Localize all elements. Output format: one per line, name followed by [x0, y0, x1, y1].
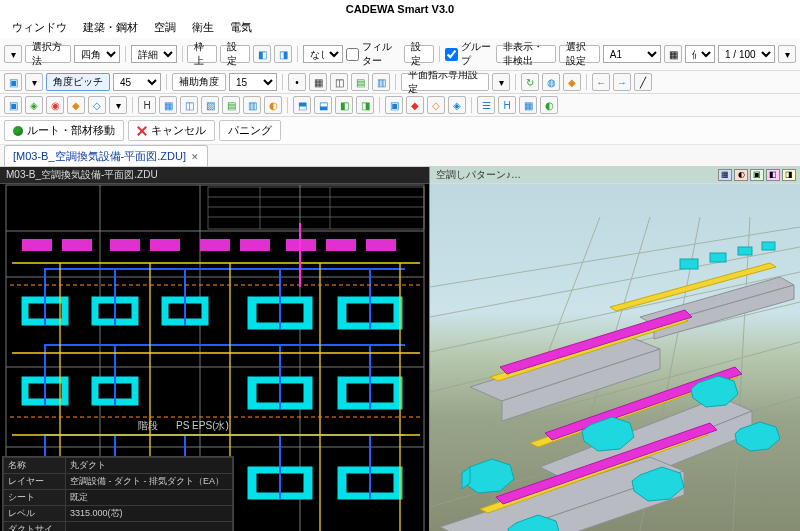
tab-label: [M03-B_空調換気設備-平面図.ZDU]	[13, 149, 186, 164]
dot-tool-icon[interactable]: •	[288, 73, 306, 91]
line-tool-icon[interactable]: ╱	[634, 73, 652, 91]
svg-text:PS  EPS(水): PS EPS(水)	[176, 420, 229, 431]
tb3-icon-20[interactable]: ☰	[477, 96, 495, 114]
svg-rect-84	[762, 242, 775, 250]
menu-hvac[interactable]: 空調	[154, 20, 176, 35]
svg-rect-48	[240, 239, 270, 251]
tb3-icon-19[interactable]: ◈	[448, 96, 466, 114]
prop-row: レイヤー空調設備 - ダクト - 排気ダクト（EA）	[4, 474, 233, 490]
settei-button[interactable]: 設定	[220, 45, 250, 63]
layer-tool-icon[interactable]: ▦	[664, 45, 682, 63]
separator	[586, 74, 587, 90]
orange-tool-icon[interactable]: ◆	[563, 73, 581, 91]
tool-icon-1[interactable]: ◧	[253, 45, 271, 63]
plane-settings-button[interactable]: 平面指示専用設定	[401, 73, 489, 91]
view3d-btn-3[interactable]: ▣	[750, 169, 764, 181]
cancel-button[interactable]: キャンセル	[128, 120, 215, 141]
viewport-2d-title: M03-B_空調換気設備-平面図.ZDU	[0, 167, 429, 184]
svg-rect-50	[326, 239, 356, 251]
svg-text:階段: 階段	[138, 420, 158, 431]
arrow-right-icon[interactable]: →	[613, 73, 631, 91]
toolbar-3: ▣ ◈ ◉ ◆ ◇ ▾ H ▦ ◫ ▧ ▤ ▥ ◐ ⬒ ⬓ ◧ ◨ ▣ ◆ ◇ …	[0, 94, 800, 117]
menu-window[interactable]: ウィンドウ	[12, 20, 67, 35]
tb3-icon-17[interactable]: ◆	[406, 96, 424, 114]
tb3-icon-21[interactable]: ▦	[519, 96, 537, 114]
arrow-left-icon[interactable]: ←	[592, 73, 610, 91]
menu-electric[interactable]: 電気	[230, 20, 252, 35]
select-method-label: 選択方法	[25, 45, 71, 63]
menu-bar: ウィンドウ 建築・鋼材 空調 衛生 電気	[0, 18, 800, 38]
tb3-icon-7[interactable]: ◫	[180, 96, 198, 114]
menu-sanitary[interactable]: 衛生	[192, 20, 214, 35]
hide-button[interactable]: 非表示・非検出	[496, 45, 556, 63]
separator	[395, 74, 396, 90]
layer-tool-blue-icon[interactable]: ▥	[372, 73, 390, 91]
tb3-icon-11[interactable]: ◐	[264, 96, 282, 114]
tb3-icon-2[interactable]: ◈	[25, 96, 43, 114]
prop-row: ダクトサイズ(Φ)200	[4, 522, 233, 532]
tb3-icon-10[interactable]: ▥	[243, 96, 261, 114]
view3d-btn-1[interactable]: ▦	[718, 169, 732, 181]
tb3-icon-6[interactable]: ▦	[159, 96, 177, 114]
cube-tool-icon[interactable]: ◍	[542, 73, 560, 91]
tool-a2-dropdown[interactable]: ▾	[25, 73, 43, 91]
tool-icon-2[interactable]: ◨	[274, 45, 292, 63]
tb3-icon-16[interactable]: ▣	[385, 96, 403, 114]
separator	[282, 74, 283, 90]
tb3-icon-5[interactable]: ◇	[88, 96, 106, 114]
scale-dropdown[interactable]: 1 / 100	[718, 45, 775, 63]
view3d-btn-5[interactable]: ◨	[782, 169, 796, 181]
refresh-icon[interactable]: ↻	[521, 73, 539, 91]
view3d-btn-2[interactable]: ◐	[734, 169, 748, 181]
tb3-icon-18[interactable]: ◇	[427, 96, 445, 114]
panning-button[interactable]: パニング	[219, 120, 281, 141]
separator	[471, 97, 472, 113]
plane-dropdown-icon[interactable]: ▾	[492, 73, 510, 91]
tb3-dropdown-1[interactable]: ▾	[109, 96, 127, 114]
tool-a1-icon[interactable]: ▣	[4, 73, 22, 91]
separator	[125, 46, 126, 62]
select-method-dropdown[interactable]: 四角	[74, 45, 120, 63]
aux-angle-label: 補助角度	[172, 73, 226, 91]
view-toolbar-3d: ▦ ◐ ▣ ◧ ◨	[718, 169, 796, 181]
grid-tool-2-icon[interactable]: ◫	[330, 73, 348, 91]
tb3-icon-4[interactable]: ◆	[67, 96, 85, 114]
tb3-icon-22[interactable]: ◐	[540, 96, 558, 114]
value-dropdown[interactable]: 値	[685, 45, 715, 63]
route-move-button[interactable]: ルート・部材移動	[4, 120, 124, 141]
aux-angle-dropdown[interactable]: 15	[229, 73, 277, 91]
tb3-text-h2-icon[interactable]: H	[498, 96, 516, 114]
angle-pitch-button[interactable]: 角度ピッチ	[46, 73, 110, 91]
document-tab[interactable]: [M03-B_空調換気設備-平面図.ZDU] ✕	[4, 145, 208, 166]
tb3-icon-12[interactable]: ⬒	[293, 96, 311, 114]
toolbar-2: ▣ ▾ 角度ピッチ 45 補助角度 15 • ▦ ◫ ▤ ▥ 平面指示専用設定 …	[0, 71, 800, 94]
tb3-icon-15[interactable]: ◨	[356, 96, 374, 114]
viewport-3d[interactable]: 空調しパターン♪… ▦ ◐ ▣ ◧ ◨	[430, 167, 800, 531]
separator	[297, 46, 298, 62]
tab-close-icon[interactable]: ✕	[191, 152, 199, 162]
scale-tool-icon[interactable]: ▾	[778, 45, 796, 63]
tb3-icon-3[interactable]: ◉	[46, 96, 64, 114]
group-checkbox[interactable]	[445, 48, 458, 61]
viewport-2d[interactable]: M03-B_空調換気設備-平面図.ZDU	[0, 167, 430, 531]
layer-dropdown[interactable]: A1	[603, 45, 661, 63]
detail-dropdown[interactable]: 詳細	[131, 45, 177, 63]
tb3-icon-14[interactable]: ◧	[335, 96, 353, 114]
tb3-icon-13[interactable]: ⬓	[314, 96, 332, 114]
wakugami-button[interactable]: 枠上	[187, 45, 217, 63]
select-settings-button[interactable]: 選択設定	[559, 45, 600, 63]
tb3-text-h-icon[interactable]: H	[138, 96, 156, 114]
angle-pitch-dropdown[interactable]: 45	[113, 73, 161, 91]
layer-tool-green-icon[interactable]: ▤	[351, 73, 369, 91]
tb3-icon-9[interactable]: ▤	[222, 96, 240, 114]
tb3-icon-1[interactable]: ▣	[4, 96, 22, 114]
dropdown-1-icon[interactable]: ▾	[4, 45, 22, 63]
tb3-icon-8[interactable]: ▧	[201, 96, 219, 114]
group-label: グループ	[461, 40, 493, 68]
menu-building[interactable]: 建築・鋼材	[83, 20, 138, 35]
grid-tool-1-icon[interactable]: ▦	[309, 73, 327, 91]
filter-settings-button[interactable]: 設定	[404, 45, 434, 63]
none-dropdown[interactable]: なし	[303, 45, 343, 63]
filter-checkbox[interactable]	[346, 48, 359, 61]
view3d-btn-4[interactable]: ◧	[766, 169, 780, 181]
